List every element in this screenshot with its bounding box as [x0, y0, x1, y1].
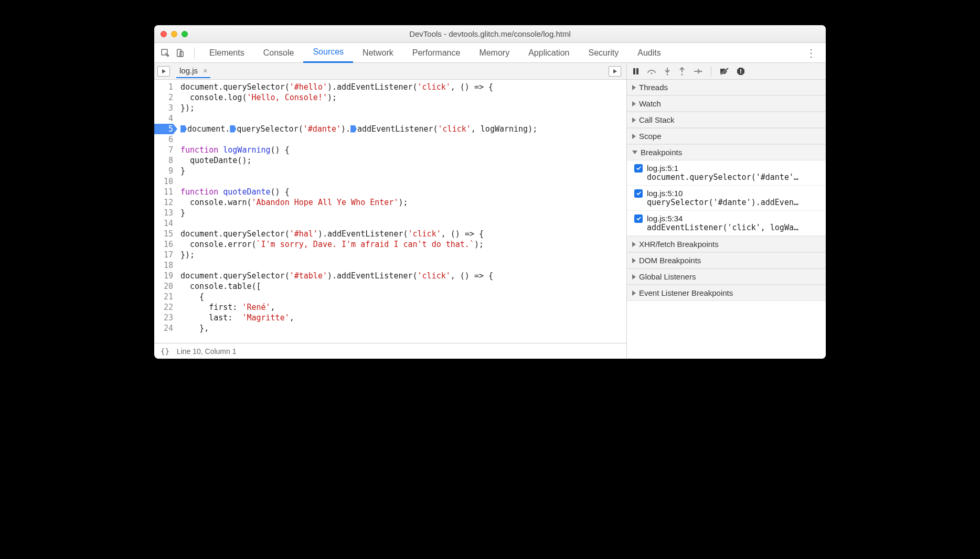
- line-number[interactable]: 3: [154, 103, 173, 113]
- line-number[interactable]: 12: [154, 197, 173, 208]
- code-line[interactable]: });: [180, 250, 626, 260]
- code-line[interactable]: document.querySelector('#dante').addEven…: [180, 124, 626, 134]
- file-tab-logjs[interactable]: log.js ×: [176, 64, 210, 78]
- breakpoint-checkbox[interactable]: [634, 189, 643, 198]
- line-number[interactable]: 1: [154, 82, 173, 92]
- tab-audits[interactable]: Audits: [628, 43, 670, 63]
- file-tab-label: log.js: [179, 66, 198, 75]
- line-number[interactable]: 21: [154, 292, 173, 302]
- code-content[interactable]: document.querySelector('#hello').addEven…: [176, 80, 626, 343]
- pane-header-watch[interactable]: Watch: [627, 95, 826, 112]
- breakpoint-location: log.js:5:34: [647, 214, 683, 223]
- code-line[interactable]: }: [180, 208, 626, 218]
- pane-label: Breakpoints: [641, 148, 682, 157]
- code-line[interactable]: first: 'René',: [180, 302, 626, 313]
- deactivate-breakpoints-icon[interactable]: [720, 67, 729, 76]
- tab-sources[interactable]: Sources: [303, 43, 353, 63]
- code-line[interactable]: quoteDante();: [180, 155, 626, 166]
- pretty-print-icon[interactable]: {}: [161, 347, 169, 356]
- line-number[interactable]: 24: [154, 323, 173, 334]
- tab-performance[interactable]: Performance: [403, 43, 470, 63]
- code-line[interactable]: document.querySelector('#hal').addEventL…: [180, 229, 626, 239]
- breakpoint-item[interactable]: log.js:5:1document.querySelector('#dante…: [627, 160, 826, 186]
- pane-header-breakpoints[interactable]: Breakpoints: [627, 144, 826, 160]
- code-line[interactable]: [180, 218, 626, 229]
- line-number[interactable]: 19: [154, 271, 173, 281]
- code-line[interactable]: [180, 113, 626, 124]
- code-line[interactable]: function logWarning() {: [180, 145, 626, 155]
- pane-header-event-listener-breakpoints[interactable]: Event Listener Breakpoints: [627, 285, 826, 301]
- tab-application[interactable]: Application: [519, 43, 579, 63]
- tab-security[interactable]: Security: [579, 43, 628, 63]
- tab-network[interactable]: Network: [353, 43, 403, 63]
- line-number[interactable]: 14: [154, 218, 173, 229]
- line-number[interactable]: 7: [154, 145, 173, 155]
- tab-console[interactable]: Console: [254, 43, 304, 63]
- step-into-icon[interactable]: [664, 67, 671, 76]
- code-line[interactable]: console.table([: [180, 281, 626, 292]
- line-number[interactable]: 15: [154, 229, 173, 239]
- tab-memory[interactable]: Memory: [470, 43, 519, 63]
- step-icon[interactable]: [693, 68, 702, 75]
- code-line[interactable]: [180, 260, 626, 271]
- line-number[interactable]: 4: [154, 113, 173, 124]
- pane-header-call-stack[interactable]: Call Stack: [627, 112, 826, 128]
- breakpoint-checkbox[interactable]: [634, 164, 643, 173]
- tab-elements[interactable]: Elements: [200, 43, 254, 63]
- close-icon[interactable]: ×: [203, 67, 207, 75]
- column-breakpoint-icon[interactable]: [180, 125, 187, 133]
- code-line[interactable]: console.log('Hello, Console!');: [180, 92, 626, 103]
- line-number[interactable]: 23: [154, 313, 173, 323]
- line-number[interactable]: 9: [154, 166, 173, 176]
- breakpoint-item[interactable]: log.js:5:10querySelector('#dante').addEv…: [627, 186, 826, 211]
- line-number[interactable]: 17: [154, 250, 173, 260]
- code-line[interactable]: [180, 176, 626, 187]
- code-line[interactable]: console.error(`I'm sorry, Dave. I'm afra…: [180, 239, 626, 250]
- column-breakpoint-icon[interactable]: [350, 125, 357, 133]
- step-over-icon[interactable]: [647, 68, 656, 75]
- line-number[interactable]: 11: [154, 187, 173, 197]
- line-number[interactable]: 16: [154, 239, 173, 250]
- column-breakpoint-icon[interactable]: [230, 125, 236, 133]
- pane-header-scope[interactable]: Scope: [627, 128, 826, 144]
- line-number[interactable]: 22: [154, 302, 173, 313]
- pause-icon[interactable]: [632, 68, 640, 75]
- code-line[interactable]: [180, 134, 626, 145]
- debugger-toggle-icon[interactable]: [609, 66, 621, 77]
- breakpoints-list: log.js:5:1document.querySelector('#dante…: [627, 160, 826, 236]
- code-line[interactable]: document.querySelector('#hello').addEven…: [180, 82, 626, 92]
- line-number[interactable]: 10: [154, 176, 173, 187]
- line-number[interactable]: 18: [154, 260, 173, 271]
- svg-rect-13: [740, 69, 741, 72]
- code-area[interactable]: 123456789101112131415161718192021222324 …: [154, 80, 626, 343]
- pane-header-xhr-fetch-breakpoints[interactable]: XHR/fetch Breakpoints: [627, 236, 826, 252]
- code-line[interactable]: {: [180, 292, 626, 302]
- line-number[interactable]: 5: [154, 124, 173, 134]
- svg-marker-3: [162, 69, 166, 73]
- pane-header-dom-breakpoints[interactable]: DOM Breakpoints: [627, 252, 826, 268]
- panel-tabs: ElementsConsoleSourcesNetworkPerformance…: [200, 43, 670, 63]
- line-number[interactable]: 6: [154, 134, 173, 145]
- line-number[interactable]: 13: [154, 208, 173, 218]
- code-line[interactable]: console.warn('Abandon Hope All Ye Who En…: [180, 197, 626, 208]
- step-out-icon[interactable]: [678, 67, 686, 76]
- pause-on-exceptions-icon[interactable]: [737, 67, 745, 76]
- code-line[interactable]: });: [180, 103, 626, 113]
- breakpoint-checkbox[interactable]: [634, 214, 643, 223]
- line-number[interactable]: 2: [154, 92, 173, 103]
- pane-header-threads[interactable]: Threads: [627, 80, 826, 95]
- line-number[interactable]: 8: [154, 155, 173, 166]
- line-gutter[interactable]: 123456789101112131415161718192021222324: [154, 80, 176, 343]
- pane-header-global-listeners[interactable]: Global Listeners: [627, 268, 826, 285]
- code-line[interactable]: },: [180, 323, 626, 334]
- breakpoint-item[interactable]: log.js:5:34addEventListener('click', log…: [627, 211, 826, 236]
- code-line[interactable]: document.querySelector('#table').addEven…: [180, 271, 626, 281]
- code-line[interactable]: last: 'Magritte',: [180, 313, 626, 323]
- code-line[interactable]: }: [180, 166, 626, 176]
- device-toggle-icon[interactable]: [174, 47, 186, 59]
- line-number[interactable]: 20: [154, 281, 173, 292]
- code-line[interactable]: function quoteDante() {: [180, 187, 626, 197]
- more-menu-icon[interactable]: ⋮: [802, 47, 821, 59]
- navigator-toggle-icon[interactable]: [157, 66, 170, 77]
- inspect-icon[interactable]: [159, 47, 171, 59]
